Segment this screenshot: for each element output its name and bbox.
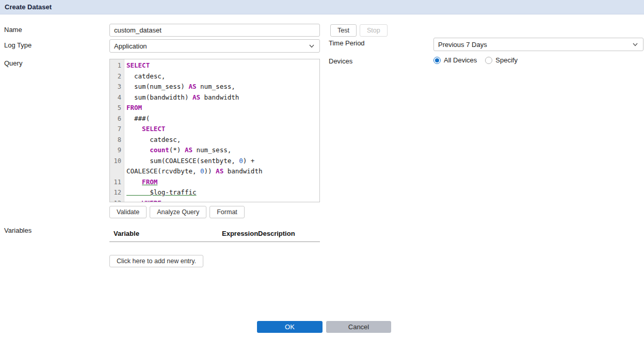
all-devices-label: All Devices bbox=[444, 56, 477, 64]
cancel-button[interactable]: Cancel bbox=[326, 321, 391, 333]
dialog-titlebar: Create Dataset bbox=[0, 0, 644, 14]
test-button[interactable]: Test bbox=[330, 24, 357, 37]
add-new-entry-button[interactable]: Click here to add new entry. bbox=[109, 255, 203, 267]
test-stop-row: Test Stop bbox=[330, 24, 388, 37]
time-period-select[interactable]: Previous 7 Days bbox=[433, 38, 643, 51]
format-button[interactable]: Format bbox=[210, 206, 245, 218]
chevron-down-icon bbox=[308, 42, 315, 50]
stop-button[interactable]: Stop bbox=[360, 24, 388, 37]
variables-col-description: Description bbox=[258, 230, 320, 237]
log-type-label: Log Type bbox=[4, 41, 31, 49]
editor-code[interactable]: SELECT catdesc, sum(num_sess) AS num_ses… bbox=[124, 59, 319, 202]
query-editor[interactable]: 12345678910111213 SELECT catdesc, sum(nu… bbox=[109, 59, 320, 202]
dialog-title: Create Dataset bbox=[5, 3, 52, 11]
radio-selected-icon bbox=[433, 57, 441, 64]
radio-specify[interactable]: Specify bbox=[485, 56, 518, 64]
variables-col-expression: Expression bbox=[222, 230, 258, 237]
radio-all-devices[interactable]: All Devices bbox=[433, 56, 477, 64]
editor-gutter: 12345678910111213 bbox=[110, 59, 124, 202]
analyze-query-button[interactable]: Analyze Query bbox=[150, 206, 206, 218]
devices-label: Devices bbox=[329, 57, 352, 65]
log-type-selected-value: Application bbox=[114, 42, 147, 50]
create-dataset-dialog: Create Dataset Name Log Type Query Varia… bbox=[0, 0, 644, 338]
query-actions-row: Validate Analyze Query Format bbox=[109, 206, 245, 218]
log-type-select[interactable]: Application bbox=[109, 39, 320, 53]
devices-radio-group: All Devices Specify bbox=[433, 56, 518, 64]
query-label: Query bbox=[4, 59, 22, 67]
variables-col-variable: Variable bbox=[114, 230, 222, 237]
name-input[interactable] bbox=[109, 24, 320, 37]
validate-button[interactable]: Validate bbox=[109, 206, 147, 218]
time-period-label: Time Period bbox=[329, 39, 365, 47]
specify-label: Specify bbox=[495, 56, 518, 64]
radio-unselected-icon bbox=[485, 57, 492, 64]
chevron-down-icon bbox=[632, 41, 639, 48]
name-label: Name bbox=[4, 26, 22, 34]
ok-button[interactable]: OK bbox=[257, 321, 323, 333]
time-period-selected-value: Previous 7 Days bbox=[438, 41, 487, 49]
variables-label: Variables bbox=[4, 227, 31, 234]
variables-table-header: Variable Expression Description bbox=[109, 228, 320, 242]
